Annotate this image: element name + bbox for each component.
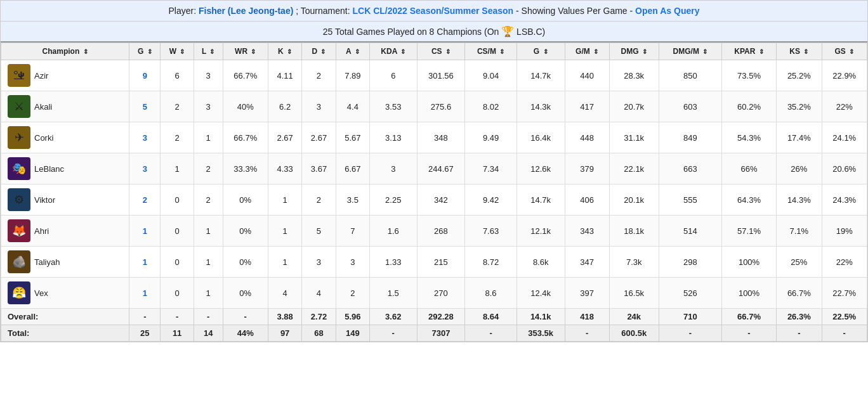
- table-cell: 22.1k: [609, 153, 659, 184]
- table-cell: 100%: [721, 278, 776, 309]
- table-header-row: Champion ⇕ G ⇕ W ⇕ L ⇕ WR ⇕ K ⇕ D ⇕ A ⇕ …: [1, 43, 867, 60]
- table-cell: 17.4%: [777, 122, 822, 153]
- champion-name: Viktor: [34, 195, 55, 205]
- table-cell: 215: [417, 247, 465, 278]
- tournament-link[interactable]: LCK CL/2022 Season/Summer Season: [352, 6, 513, 16]
- table-cell: 16.5k: [609, 278, 659, 309]
- table-cell: 397: [565, 278, 609, 309]
- table-cell: 3: [129, 153, 161, 184]
- col-k[interactable]: K ⇕: [268, 43, 301, 60]
- table-cell: 2: [161, 122, 194, 153]
- open-as-query-link[interactable]: Open As Query: [635, 6, 699, 16]
- table-cell: 2: [194, 153, 223, 184]
- table-cell: 6.2: [268, 91, 301, 122]
- table-cell: 40%: [223, 91, 268, 122]
- table-cell: 8.6k: [516, 247, 565, 278]
- table-cell: 0%: [223, 216, 268, 247]
- table-cell: 5: [302, 216, 336, 247]
- overall-cell: 418: [565, 309, 609, 325]
- table-cell: 9.49: [465, 122, 516, 153]
- table-cell: 20.7k: [609, 91, 659, 122]
- table-cell: 3: [370, 153, 417, 184]
- table-cell: 2: [129, 184, 161, 216]
- col-wr[interactable]: WR ⇕: [223, 43, 268, 60]
- table-cell: 7.1%: [777, 216, 822, 247]
- table-cell: 28.3k: [609, 60, 659, 91]
- table-row: 😤Vex1010%4421.52708.612.4k39716.5k526100…: [1, 278, 867, 309]
- table-cell: 22%: [822, 91, 867, 122]
- table-cell: 7.3k: [609, 247, 659, 278]
- col-w[interactable]: W ⇕: [161, 43, 194, 60]
- table-cell: 57.1%: [721, 216, 776, 247]
- col-kpar[interactable]: KPAR ⇕: [721, 43, 776, 60]
- col-g[interactable]: G ⇕: [129, 43, 161, 60]
- col-gold[interactable]: G ⇕: [516, 43, 565, 60]
- champion-cell: 😤Vex: [4, 280, 126, 306]
- table-row: ⚔Akali52340%6.234.43.53275.68.0214.3k417…: [1, 91, 867, 122]
- col-cs[interactable]: CS ⇕: [417, 43, 465, 60]
- table-cell: 1: [161, 153, 194, 184]
- table-cell: 3.67: [302, 153, 336, 184]
- table-cell: 3: [194, 60, 223, 91]
- table-cell: 31.1k: [609, 122, 659, 153]
- page-header: Player: Fisher (Lee Jeong-tae) ; Tournam…: [1, 1, 867, 22]
- total-cell: 44%: [223, 325, 268, 342]
- col-gs[interactable]: GS ⇕: [822, 43, 867, 60]
- player-label: Player:: [169, 6, 197, 16]
- table-cell: 8.02: [465, 91, 516, 122]
- col-ks[interactable]: KS ⇕: [777, 43, 822, 60]
- table-cell: 5.67: [336, 122, 369, 153]
- table-cell: 9.04: [465, 60, 516, 91]
- overall-cell: -: [161, 309, 194, 325]
- table-cell: 348: [417, 122, 465, 153]
- table-cell: 379: [565, 153, 609, 184]
- col-dmg[interactable]: DMG ⇕: [609, 43, 659, 60]
- overall-label: Overall:: [1, 309, 129, 325]
- table-cell: 24.1%: [822, 122, 867, 153]
- table-cell: 6: [370, 60, 417, 91]
- table-cell: 417: [565, 91, 609, 122]
- total-label: Total:: [1, 325, 129, 342]
- table-cell: 1.6: [370, 216, 417, 247]
- table-cell: 1: [194, 122, 223, 153]
- subheader: 25 Total Games Played on 8 Champions (On…: [1, 22, 867, 42]
- table-cell: 270: [417, 278, 465, 309]
- col-l[interactable]: L ⇕: [194, 43, 223, 60]
- table-cell: 26%: [777, 153, 822, 184]
- col-champion[interactable]: Champion ⇕: [1, 43, 129, 60]
- table-cell: 6: [161, 60, 194, 91]
- table-cell: 2: [302, 184, 336, 216]
- total-cell: 600.5k: [609, 325, 659, 342]
- champion-cell: 🎭LeBlanc: [4, 155, 126, 182]
- table-cell: 275.6: [417, 91, 465, 122]
- table-cell: 20.6%: [822, 153, 867, 184]
- table-cell: 66.7%: [223, 122, 268, 153]
- table-cell: 9: [129, 60, 161, 91]
- overall-row: Overall:----3.882.725.963.62292.288.6414…: [1, 309, 867, 325]
- table-cell: 24.3%: [822, 184, 867, 216]
- table-cell: 1: [268, 184, 301, 216]
- table-cell: 22.7%: [822, 278, 867, 309]
- table-cell: 440: [565, 60, 609, 91]
- table-cell: 4: [302, 278, 336, 309]
- table-row: 🎭LeBlanc31233.3%4.333.676.673244.677.341…: [1, 153, 867, 184]
- table-cell: 603: [659, 91, 721, 122]
- col-gm[interactable]: G/M ⇕: [565, 43, 609, 60]
- col-d[interactable]: D ⇕: [302, 43, 336, 60]
- overall-cell: 26.3%: [777, 309, 822, 325]
- table-cell: 555: [659, 184, 721, 216]
- champion-name: Vex: [34, 288, 48, 298]
- col-csm[interactable]: CS/M ⇕: [465, 43, 516, 60]
- overall-cell: 292.28: [417, 309, 465, 325]
- separator1: ; Tournament:: [296, 6, 350, 16]
- col-a[interactable]: A ⇕: [336, 43, 369, 60]
- champion-name: Ahri: [34, 226, 49, 236]
- table-cell: 12.1k: [516, 216, 565, 247]
- table-cell: 60.2%: [721, 91, 776, 122]
- table-cell: 3: [129, 122, 161, 153]
- table-cell: 14.3k: [516, 91, 565, 122]
- total-cell: 68: [302, 325, 336, 342]
- table-cell: 3: [302, 247, 336, 278]
- col-kda[interactable]: KDA ⇕: [370, 43, 417, 60]
- col-dmgm[interactable]: DMG/M ⇕: [659, 43, 721, 60]
